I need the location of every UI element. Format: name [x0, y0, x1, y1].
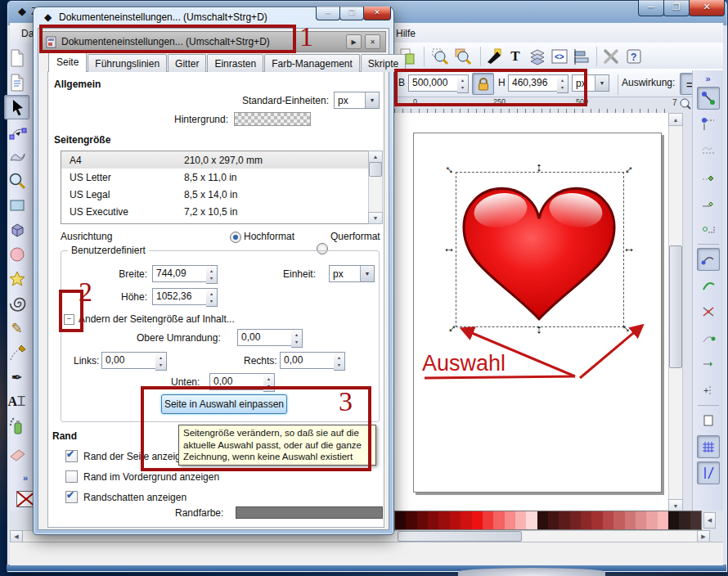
tab[interactable]: Skripte [361, 54, 406, 72]
canvas-vscroll-thumb[interactable] [669, 245, 682, 368]
tool-selector[interactable] [4, 95, 29, 119]
background-color-swatch[interactable] [234, 112, 311, 126]
snap-enabled-button[interactable] [697, 87, 720, 110]
tool-node-editor[interactable] [4, 119, 29, 144]
tab[interactable]: Seite [48, 51, 87, 72]
preferences-button[interactable] [600, 45, 622, 68]
checkbox[interactable] [65, 470, 78, 483]
palette-swatch[interactable] [526, 511, 537, 529]
snap-cusp-nodes-button[interactable] [697, 326, 720, 349]
snapbar-overflow[interactable]: » [705, 74, 710, 83]
snap-bbox-corners-button[interactable] [697, 165, 720, 188]
tool-pencil[interactable]: ✎ [4, 316, 29, 340]
palette-swatch[interactable] [559, 511, 569, 529]
maximize-button[interactable]: ❐ [663, 0, 690, 16]
snap-bbox-edge-midpoints-button[interactable] [697, 191, 720, 214]
snap-path-intersections-button[interactable] [697, 300, 720, 323]
units-dropdown[interactable]: px▼ [572, 74, 609, 92]
palette-swatch[interactable] [636, 511, 646, 529]
palette-swatch[interactable] [668, 511, 679, 529]
page-size-row[interactable]: US Executive 7,2 x 10,5 in [61, 203, 369, 220]
zoom-selection-button[interactable] [429, 45, 452, 68]
left-margin-input[interactable]: 0,00 [101, 352, 157, 369]
border-color-swatch[interactable] [236, 506, 383, 519]
palette-swatch[interactable] [603, 511, 613, 529]
tab[interactable]: Führungslinien [88, 54, 167, 72]
snap-bbox-edges-button[interactable] [697, 139, 720, 162]
tab[interactable]: Einrasten [207, 54, 263, 72]
bottom-margin-spinner[interactable]: ▴▾ [263, 373, 275, 392]
custom-height-input[interactable]: 1052,36 [152, 288, 208, 305]
palette-swatch[interactable] [483, 511, 493, 529]
tool-3d-box[interactable] [4, 218, 29, 242]
minimize-button[interactable]: ─ [638, 0, 664, 16]
default-units-dropdown[interactable]: px▼ [334, 92, 380, 109]
close-button[interactable]: ✕ [689, 0, 725, 16]
page-size-scroll-thumb[interactable] [369, 162, 382, 177]
scroll-left-icon[interactable]: ◀ [10, 530, 23, 542]
palette-swatch[interactable] [548, 511, 559, 529]
dialog-minimize-button[interactable]: ─ [316, 7, 340, 20]
tool-tweak[interactable] [4, 144, 29, 169]
palette-swatch[interactable] [505, 511, 515, 529]
palette-swatch[interactable] [515, 511, 526, 529]
checkbox[interactable] [65, 491, 78, 503]
palette-swatch[interactable] [417, 511, 428, 529]
tool-spray[interactable] [4, 414, 29, 439]
checkbox-row[interactable]: Rand im Vordergrund anzeigen [65, 466, 311, 487]
tab[interactable]: Gitter [168, 54, 206, 72]
panel-close-button[interactable]: ✕ [365, 34, 380, 49]
palette-swatch[interactable] [690, 511, 701, 529]
xml-editor-button[interactable]: <> [548, 45, 571, 68]
palette-swatch[interactable] [570, 511, 581, 529]
palette-swatch[interactable] [613, 511, 624, 529]
snap-guides-button[interactable] [697, 461, 720, 484]
dialog-close-button[interactable]: ✕ [363, 7, 391, 20]
scroll-up-icon[interactable]: ▲ [368, 151, 383, 163]
snap-page-border-button[interactable] [697, 409, 720, 432]
fit-page-to-selection-button[interactable]: Seite in Auswahl einpassen [161, 394, 287, 414]
left-margin-spinner[interactable]: ▴▾ [155, 352, 167, 371]
custom-width-input[interactable]: 744,09 [152, 265, 208, 282]
help-button[interactable]: ? [622, 45, 645, 68]
tab[interactable]: Farb-Management [264, 54, 360, 72]
custom-width-spinner[interactable]: ▴▾ [206, 265, 218, 284]
palette-swatch[interactable] [646, 511, 657, 529]
palette-swatch[interactable] [428, 511, 438, 529]
layers-dialog-button[interactable] [526, 45, 549, 68]
custom-unit-dropdown[interactable]: px▼ [329, 265, 375, 282]
page-size-row[interactable]: US Legal 8,5 x 14,0 in [61, 186, 369, 203]
palette-scroll-left-icon[interactable]: ◀ [703, 512, 716, 529]
selection-height-input[interactable]: 460,396 [508, 74, 559, 92]
palette-swatch[interactable] [450, 511, 461, 529]
text-dialog-button[interactable]: T [504, 45, 527, 68]
toolbox-overflow[interactable]: » [23, 473, 28, 483]
snap-paths-button[interactable] [697, 274, 720, 297]
palette-swatch[interactable] [461, 511, 471, 529]
palette-swatch[interactable] [537, 511, 548, 529]
resize-expander[interactable]: − [64, 314, 74, 325]
snap-bbox-centers-button[interactable] [697, 218, 720, 241]
panel-menu-button[interactable]: ▶ [346, 34, 362, 49]
height-spinner[interactable]: ▴▾ [557, 74, 568, 93]
menu-hilfe[interactable]: Hilfe [389, 25, 422, 43]
tool-open-document[interactable] [4, 70, 29, 95]
snap-midpoints-button[interactable]: + [697, 379, 720, 402]
palette-swatch[interactable] [658, 511, 668, 529]
palette-swatch[interactable] [406, 511, 416, 529]
palette-swatch[interactable] [625, 511, 636, 529]
tool-spiral[interactable] [4, 291, 29, 316]
portrait-radio[interactable] [230, 232, 241, 243]
zoom-1-1-icon[interactable] [679, 97, 692, 110]
selection-width-input[interactable]: 500,000 [408, 74, 459, 92]
top-margin-spinner[interactable]: ▴▾ [291, 329, 303, 348]
tool-zoom[interactable] [4, 169, 29, 193]
snap-smooth-nodes-button[interactable] [697, 353, 720, 376]
palette-swatch[interactable] [591, 511, 602, 529]
canvas-hscroll-thumb[interactable] [398, 531, 522, 542]
checkbox[interactable] [65, 450, 78, 462]
width-spinner[interactable]: ▴▾ [457, 74, 469, 93]
bottom-margin-input[interactable]: 0,00 [209, 373, 265, 390]
snap-nodes-button[interactable] [697, 248, 720, 271]
zoom-drawing-button[interactable] [452, 45, 474, 68]
